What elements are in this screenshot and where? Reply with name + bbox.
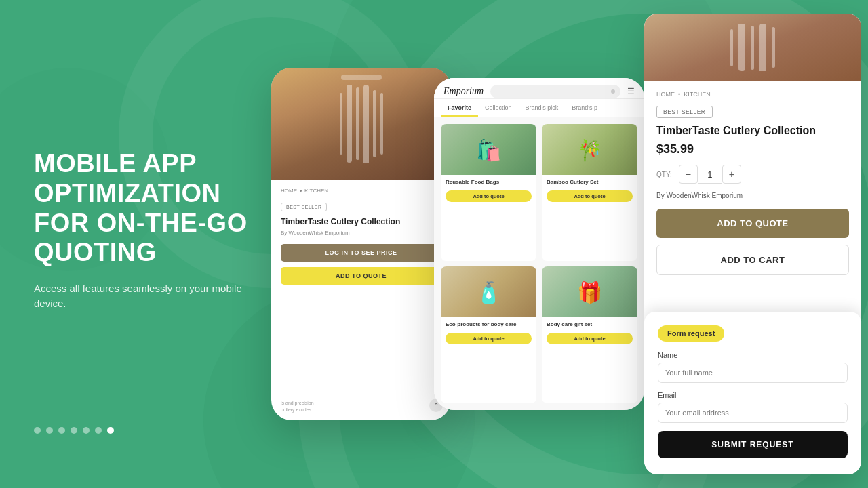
phone2-header: Emporium ☰ <box>434 78 644 99</box>
phone1-product-title: TimberTaste Cutlery Collection <box>281 217 441 226</box>
phone1-login-btn[interactable]: LOG IN TO SEE PRICE <box>281 244 441 262</box>
form-email-label: Email <box>658 391 848 399</box>
phone-2-inner: Emporium ☰ Favorite Collection Brand's p… <box>434 78 644 410</box>
phone3-cutlery-illustration <box>644 14 861 81</box>
tab-collection[interactable]: Collection <box>478 99 519 117</box>
form-request-overlay: Form request Name Email SUBMIT REQUEST <box>644 312 861 474</box>
cutlery-line-4 <box>363 85 369 163</box>
search-indicator <box>611 89 615 94</box>
phone2-search-bar[interactable] <box>490 85 620 98</box>
product-2-name: Bamboo Cutlery Set <box>547 179 633 185</box>
phone3-price: $35.99 <box>656 142 849 157</box>
form-name-label: Name <box>658 351 848 359</box>
tab-brands-p[interactable]: Brand's p <box>565 99 604 117</box>
phone3-hero-image <box>644 14 861 81</box>
product-2-image <box>542 124 637 175</box>
product-3-info: Eco-products for body care Add to quote <box>441 317 536 349</box>
form-name-input[interactable] <box>658 363 848 383</box>
p3-cutlery-4 <box>760 24 766 71</box>
phone2-product-4: Body care gift set Add to quote <box>542 266 637 403</box>
filter-icon[interactable]: ☰ <box>627 87 635 96</box>
phone-2: Emporium ☰ Favorite Collection Brand's p… <box>434 78 644 410</box>
product-4-name: Body care gift set <box>547 321 633 327</box>
form-request-tag[interactable]: Form request <box>658 325 724 342</box>
phone3-qty-value: 1 <box>698 165 722 184</box>
phone2-product-grid: Reusable Food Bags Add to quote Bamboo C… <box>434 117 644 410</box>
phone3-add-to-cart-btn[interactable]: ADD TO CART <box>656 245 849 275</box>
phone3-breadcrumb-home: HOME <box>656 91 675 98</box>
phone1-hero-image <box>271 68 451 180</box>
phone2-product-3: Eco-products for body care Add to quote <box>441 266 536 403</box>
phone-3: HOME • KITCHEN BEST SELLER TimberTaste C… <box>644 14 861 474</box>
breadcrumb-kitchen: KITCHEN <box>304 188 328 194</box>
product-3-add-quote-btn[interactable]: Add to quote <box>446 333 532 344</box>
product-3-image <box>441 266 536 317</box>
phone1-add-to-quote-btn[interactable]: ADD TO QUOTE <box>281 267 441 285</box>
phone-3-inner: HOME • KITCHEN BEST SELLER TimberTaste C… <box>644 14 861 474</box>
page-title: MOBILE APP OPTIMIZATION FOR ON-THE-GO QU… <box>34 149 251 268</box>
product-4-image <box>542 266 637 317</box>
page-subtitle: Access all features seamlessly on your m… <box>34 281 251 312</box>
phone3-breadcrumb-sep: • <box>678 91 680 98</box>
cutlery-line-6 <box>380 93 383 155</box>
phone2-product-2: Bamboo Cutlery Set Add to quote <box>542 124 637 261</box>
submit-request-btn[interactable]: SUBMIT REQUEST <box>658 431 848 458</box>
phone1-notch <box>341 75 382 80</box>
dot-1[interactable] <box>34 427 41 434</box>
dot-2[interactable] <box>46 427 53 434</box>
cutlery-line-5 <box>373 90 376 157</box>
product-1-add-quote-btn[interactable]: Add to quote <box>446 190 532 202</box>
dot-5[interactable] <box>83 427 90 434</box>
phone3-qty-plus-btn[interactable]: + <box>722 165 741 184</box>
phone2-product-1: Reusable Food Bags Add to quote <box>441 124 536 261</box>
p3-cutlery-2 <box>738 24 745 71</box>
phone-1: HOME KITCHEN BEST SELLER TimberTaste Cut… <box>271 68 451 420</box>
phone1-seller: By WoodenWhisk Emporium <box>281 230 441 236</box>
phone3-best-seller-badge: BEST SELLER <box>656 106 713 118</box>
phone3-product-title: TimberTaste Cutlery Collection <box>656 125 849 137</box>
phone1-best-seller-badge: BEST SELLER <box>281 203 327 211</box>
cutlery-line-1 <box>340 93 342 155</box>
page-container: MOBILE APP OPTIMIZATION FOR ON-THE-GO QU… <box>0 0 868 488</box>
phone1-content: HOME KITCHEN BEST SELLER TimberTaste Cut… <box>271 180 451 393</box>
phone1-bottom-text: ls and precision cutlery exudes <box>271 393 451 420</box>
breadcrumb-separator <box>300 190 302 192</box>
phone3-seller: By WoodenWhisk Emporium <box>656 192 849 199</box>
dot-6[interactable] <box>95 427 102 434</box>
tab-brands-pick[interactable]: Brand's pick <box>519 99 566 117</box>
dot-7-active[interactable] <box>107 427 114 434</box>
product-4-add-quote-btn[interactable]: Add to quote <box>547 333 633 344</box>
phone-1-inner: HOME KITCHEN BEST SELLER TimberTaste Cut… <box>271 68 451 420</box>
product-1-info: Reusable Food Bags Add to quote <box>441 175 536 207</box>
cutlery-line-3 <box>356 87 359 160</box>
left-section: MOBILE APP OPTIMIZATION FOR ON-THE-GO QU… <box>0 108 285 380</box>
product-2-info: Bamboo Cutlery Set Add to quote <box>542 175 637 207</box>
phone1-breadcrumb: HOME KITCHEN <box>281 188 441 194</box>
p3-cutlery-1 <box>730 29 733 66</box>
product-4-info: Body care gift set Add to quote <box>542 317 637 349</box>
cutlery-illustration <box>271 68 451 180</box>
product-1-name: Reusable Food Bags <box>446 179 532 185</box>
phone3-qty-row: QTY: − 1 + <box>656 165 849 184</box>
phone3-breadcrumb-kitchen: KITCHEN <box>684 91 711 98</box>
p3-cutlery-5 <box>772 27 775 68</box>
emporium-logo: Emporium <box>443 86 484 97</box>
phone3-add-to-quote-btn[interactable]: ADD TO QUOTE <box>656 209 849 238</box>
phone2-tabs: Favorite Collection Brand's pick Brand's… <box>434 99 644 117</box>
phone3-qty-minus-btn[interactable]: − <box>679 165 698 184</box>
phones-container: HOME KITCHEN BEST SELLER TimberTaste Cut… <box>285 0 868 488</box>
breadcrumb-home: HOME <box>281 188 297 194</box>
phone3-breadcrumb: HOME • KITCHEN <box>656 91 849 98</box>
dot-3[interactable] <box>58 427 65 434</box>
pagination <box>34 427 114 434</box>
form-email-input[interactable] <box>658 403 848 423</box>
product-2-add-quote-btn[interactable]: Add to quote <box>547 190 633 202</box>
product-3-name: Eco-products for body care <box>446 321 532 327</box>
cutlery-line-2 <box>347 85 352 163</box>
p3-cutlery-3 <box>751 26 754 70</box>
phone3-qty-label: QTY: <box>656 171 672 178</box>
dot-4[interactable] <box>71 427 77 434</box>
tab-favorite[interactable]: Favorite <box>441 99 478 117</box>
product-1-image <box>441 124 536 175</box>
